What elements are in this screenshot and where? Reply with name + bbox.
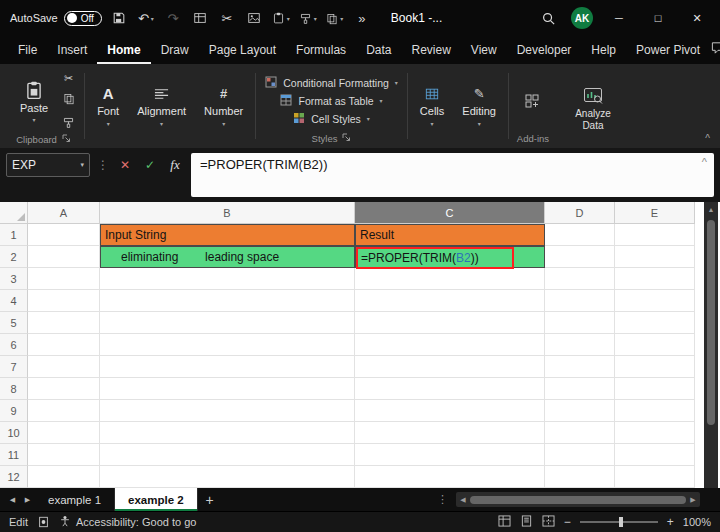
cell-D7[interactable] (545, 356, 615, 378)
sheet-tab-example-2[interactable]: example 2 (115, 488, 198, 511)
format-as-table-button[interactable]: Format as Table ▾ (280, 94, 382, 108)
cells-group-button[interactable]: Cells ▾ (411, 64, 453, 148)
cell-D6[interactable] (545, 334, 615, 356)
sheet-tab-menu-icon[interactable]: ⋮ (437, 493, 448, 506)
column-header-B[interactable]: B (100, 202, 355, 224)
cell-B5[interactable] (100, 312, 355, 334)
cell-D5[interactable] (545, 312, 615, 334)
cell-D3[interactable] (545, 268, 615, 290)
save-icon[interactable] (109, 6, 129, 30)
undo-icon[interactable]: ↶▾ (136, 6, 156, 30)
cell-B10[interactable] (100, 422, 355, 444)
cell-C12[interactable] (355, 466, 545, 488)
cell-D1[interactable] (545, 224, 615, 246)
zoom-slider-thumb[interactable] (619, 517, 623, 527)
macro-record-icon[interactable] (38, 516, 49, 528)
ribbon-tab-formulas[interactable]: Formulas (286, 38, 356, 64)
page-break-view-icon[interactable] (542, 515, 555, 529)
cell-D10[interactable] (545, 422, 615, 444)
select-all-corner[interactable] (0, 202, 28, 224)
row-header-7[interactable]: 7 (0, 356, 28, 378)
cell-E12[interactable] (615, 466, 695, 488)
ribbon-tab-home[interactable]: Home (97, 38, 150, 64)
ribbon-tab-page-layout[interactable]: Page Layout (199, 38, 286, 64)
minimize-button[interactable]: ─ (606, 12, 632, 24)
horizontal-scroll-thumb[interactable] (470, 496, 686, 504)
column-header-C[interactable]: C (355, 202, 545, 224)
collapse-ribbon-icon[interactable]: ^ (705, 134, 710, 144)
column-header-E[interactable]: E (615, 202, 695, 224)
name-box[interactable]: EXP ▾ (6, 153, 90, 177)
row-header-6[interactable]: 6 (0, 334, 28, 356)
cell-E3[interactable] (615, 268, 695, 290)
cell-styles-button[interactable]: Cell Styles ▾ (293, 112, 370, 126)
cell-B6[interactable] (100, 334, 355, 356)
cell-E10[interactable] (615, 422, 695, 444)
row-header-2[interactable]: 2 (0, 246, 28, 268)
formula-input[interactable]: =PROPER(TRIM(B2)) ^ (191, 153, 714, 197)
search-icon[interactable] (538, 6, 558, 30)
number-group-button[interactable]: # Number ▾ (195, 64, 252, 148)
cell-B8[interactable] (100, 378, 355, 400)
cell-E6[interactable] (615, 334, 695, 356)
cell-A4[interactable] (28, 290, 100, 312)
cell-A8[interactable] (28, 378, 100, 400)
ribbon-tab-developer[interactable]: Developer (507, 38, 582, 64)
autosave-toggle[interactable]: AutoSave Off (10, 11, 102, 26)
column-header-D[interactable]: D (545, 202, 615, 224)
close-button[interactable]: ✕ (684, 12, 710, 25)
cell-E4[interactable] (615, 290, 695, 312)
row-header-1[interactable]: 1 (0, 224, 28, 246)
horizontal-scrollbar[interactable]: ◀ ▶ (456, 492, 700, 507)
cell-B7[interactable] (100, 356, 355, 378)
zoom-slider[interactable] (580, 521, 658, 523)
row-header-12[interactable]: 12 (0, 466, 28, 488)
ribbon-tab-review[interactable]: Review (401, 38, 460, 64)
ribbon-tab-data[interactable]: Data (356, 38, 401, 64)
scroll-up-icon[interactable]: ▲ (708, 204, 715, 216)
cell-B1[interactable]: Input String (100, 224, 355, 246)
new-sheet-button[interactable]: + (198, 492, 222, 508)
accessibility-status[interactable]: Accessibility: Good to go (59, 515, 196, 529)
analyze-data-button[interactable]: Analyze Data (560, 85, 626, 133)
sheet-tab-example-1[interactable]: example 1 (35, 488, 115, 511)
cell-C1[interactable]: Result (355, 224, 545, 246)
cell-D8[interactable] (545, 378, 615, 400)
cell-C11[interactable] (355, 444, 545, 466)
cell-A9[interactable] (28, 400, 100, 422)
cell-A6[interactable] (28, 334, 100, 356)
ribbon-tab-file[interactable]: File (8, 38, 47, 64)
cell-B3[interactable] (100, 268, 355, 290)
cell-B9[interactable] (100, 400, 355, 422)
cell-E8[interactable] (615, 378, 695, 400)
maximize-button[interactable]: □ (645, 12, 671, 24)
zoom-level[interactable]: 100% (683, 516, 711, 528)
row-header-10[interactable]: 10 (0, 422, 28, 444)
cell-E1[interactable] (615, 224, 695, 246)
cell-B4[interactable] (100, 290, 355, 312)
cell-A11[interactable] (28, 444, 100, 466)
cell-C9[interactable] (355, 400, 545, 422)
normal-view-icon[interactable] (498, 515, 511, 529)
zoom-out-icon[interactable]: − (564, 515, 571, 529)
font-group-button[interactable]: A Font ▾ (88, 64, 128, 148)
cell-C10[interactable] (355, 422, 545, 444)
cancel-button[interactable]: ✕ (116, 153, 134, 177)
redo-icon[interactable]: ↷ (163, 6, 183, 30)
qat-overflow-icon[interactable]: » (352, 6, 372, 30)
sheet-nav-right-icon[interactable]: ▶ (20, 496, 35, 504)
paste-options-icon[interactable]: ▾ (271, 6, 291, 30)
cell-C8[interactable] (355, 378, 545, 400)
editing-group-button[interactable]: ✎ Editing ▾ (453, 64, 505, 148)
ribbon-tab-insert[interactable]: Insert (47, 38, 97, 64)
vertical-scroll-thumb[interactable] (707, 220, 715, 425)
row-header-8[interactable]: 8 (0, 378, 28, 400)
cell-D9[interactable] (545, 400, 615, 422)
picture-icon[interactable] (244, 6, 264, 30)
styles-dialog-launcher-icon[interactable] (342, 133, 351, 144)
formula-bar-resizer-icon[interactable]: ⋮ (97, 153, 109, 177)
vertical-scrollbar[interactable]: ▲ (704, 202, 718, 488)
row-header-9[interactable]: 9 (0, 400, 28, 422)
paste-button[interactable]: Paste ▾ (12, 78, 56, 125)
cell-D12[interactable] (545, 466, 615, 488)
